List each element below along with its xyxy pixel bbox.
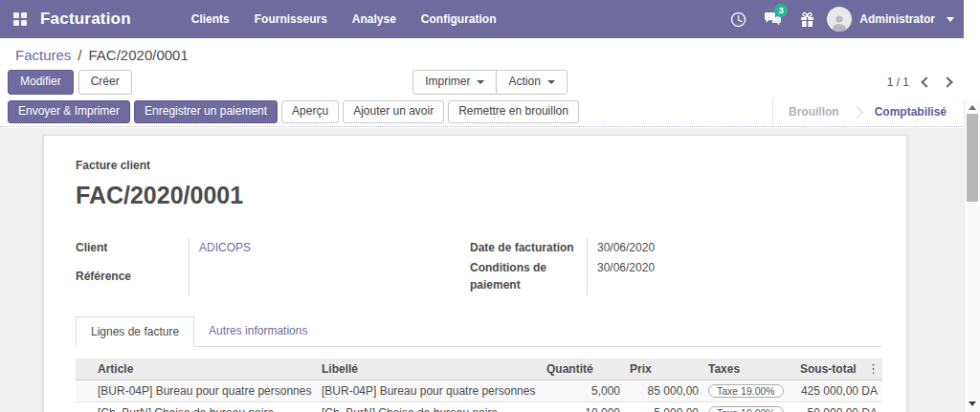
payment-terms-value[interactable]: 30/06/2020 bbox=[587, 258, 788, 295]
header-quantite[interactable]: Quantité bbox=[542, 358, 625, 380]
tax-badge: Taxe 19.00% bbox=[708, 406, 784, 412]
header-libelle[interactable]: Libellé bbox=[317, 358, 542, 380]
state-widget: Brouillon Comptabilisé bbox=[772, 98, 964, 126]
scroll-down-icon[interactable] bbox=[965, 397, 980, 410]
cell-price[interactable]: 85 000,00 bbox=[625, 380, 703, 402]
header-article[interactable]: Article bbox=[93, 358, 317, 380]
payment-terms-label: Conditions de paiement bbox=[470, 258, 587, 295]
reset-to-draft-button[interactable]: Remettre en brouillon bbox=[448, 100, 579, 123]
cell-article[interactable]: [BUR-04P] Bureau pour quatre personnes bbox=[93, 380, 317, 402]
menu-clients[interactable]: Clients bbox=[181, 7, 240, 32]
pager: 1 / 1 bbox=[887, 76, 965, 89]
tab-invoice-lines[interactable]: Lignes de facture bbox=[76, 316, 194, 347]
row-handle[interactable] bbox=[76, 402, 93, 412]
cell-article[interactable]: [Ch_BurN] Chaise de bureau noire bbox=[93, 402, 317, 412]
scroll-up-icon[interactable] bbox=[965, 100, 980, 114]
header-sous-total[interactable]: Sous-total ⋮ bbox=[795, 358, 882, 380]
messages-count-badge: 3 bbox=[774, 4, 788, 17]
main-menu: Clients Fournisseurs Analyse Configurati… bbox=[181, 7, 507, 32]
invoice-sheet: Facture client FAC/2020/0001 Client ADIC… bbox=[43, 135, 907, 412]
tax-badge: Taxe 19.00% bbox=[708, 384, 784, 398]
cell-label[interactable]: [BUR-04P] Bureau pour quatre personnes bbox=[317, 380, 542, 402]
statusbar: Envoyer & Imprimer Enregistrer un paieme… bbox=[0, 98, 980, 127]
header-prix[interactable]: Prix bbox=[625, 358, 703, 380]
edit-button[interactable]: Modifier bbox=[8, 70, 74, 95]
cell-qty[interactable]: 10,000 bbox=[542, 402, 625, 412]
form-view-background: Facture client FAC/2020/0001 Client ADIC… bbox=[0, 128, 964, 412]
cell-subtotal: 425 000,00 DA bbox=[795, 380, 882, 402]
apps-menu-icon[interactable] bbox=[13, 12, 27, 26]
breadcrumb: Factures / FAC/2020/0001 bbox=[0, 38, 980, 67]
optional-columns-icon[interactable]: ⋮ bbox=[867, 361, 880, 376]
document-type-label: Facture client bbox=[76, 159, 881, 172]
sous-total-label: Sous-total bbox=[800, 362, 857, 376]
gift-icon[interactable] bbox=[792, 6, 821, 33]
table-row[interactable]: [BUR-04P] Bureau pour quatre personnes [… bbox=[76, 380, 882, 402]
add-credit-note-button[interactable]: Ajouter un avoir bbox=[343, 100, 444, 123]
user-avatar[interactable] bbox=[827, 7, 852, 32]
messages-icon[interactable]: 3 bbox=[758, 6, 787, 33]
reference-value[interactable] bbox=[189, 267, 390, 295]
pager-value: 1 / 1 bbox=[887, 76, 909, 89]
client-value-link[interactable]: ADICOPS bbox=[189, 238, 390, 267]
action-dropdown-button[interactable]: Action bbox=[496, 70, 567, 95]
breadcrumb-current: FAC/2020/0001 bbox=[89, 47, 189, 63]
menu-configuration[interactable]: Configuration bbox=[411, 7, 507, 32]
menu-fournisseurs[interactable]: Fournisseurs bbox=[244, 7, 338, 32]
cell-qty[interactable]: 5,000 bbox=[542, 380, 625, 402]
field-area: Client ADICOPS Référence Date de factura… bbox=[76, 238, 881, 295]
app-brand[interactable]: Facturation bbox=[40, 10, 131, 29]
pager-next-icon[interactable] bbox=[942, 76, 952, 87]
preview-button[interactable]: Aperçu bbox=[281, 100, 339, 123]
user-menu[interactable]: Administrator bbox=[859, 12, 935, 26]
vertical-scrollbar[interactable] bbox=[964, 100, 980, 412]
create-button[interactable]: Créer bbox=[78, 70, 132, 95]
control-panel: Modifier Créer Imprimer Action 1 / 1 bbox=[0, 67, 980, 98]
send-print-button[interactable]: Envoyer & Imprimer bbox=[8, 100, 130, 123]
field-group-right: Date de facturation 30/06/2020 Condition… bbox=[470, 238, 788, 295]
caret-down-icon bbox=[477, 80, 484, 84]
main-navbar: Facturation Clients Fournisseurs Analyse… bbox=[0, 0, 964, 38]
cell-taxes[interactable]: Taxe 19.00% bbox=[703, 402, 795, 412]
cell-subtotal: 50 000,00 DA bbox=[795, 402, 882, 412]
invoice-date-label: Date de facturation bbox=[470, 238, 587, 258]
action-label: Action bbox=[508, 75, 540, 90]
state-draft[interactable]: Brouillon bbox=[789, 105, 839, 119]
menu-analyse[interactable]: Analyse bbox=[342, 7, 407, 32]
register-payment-button[interactable]: Enregistrer un paiement bbox=[134, 100, 278, 123]
notebook-tabs: Lignes de facture Autres informations bbox=[76, 316, 881, 347]
table-header-row: Article Libellé Quantité Prix Taxes Sous… bbox=[76, 358, 882, 380]
cell-price[interactable]: 5 000,00 bbox=[625, 402, 703, 412]
handle-column-header bbox=[76, 358, 93, 380]
state-arrow-icon bbox=[851, 106, 863, 119]
state-posted[interactable]: Comptabilisé bbox=[875, 105, 947, 119]
breadcrumb-separator: / bbox=[78, 47, 81, 63]
scrollbar-thumb[interactable] bbox=[967, 114, 978, 202]
cell-label[interactable]: [Ch_BurN] Chaise de bureau noire bbox=[317, 402, 542, 412]
header-taxes[interactable]: Taxes bbox=[703, 358, 795, 380]
print-dropdown-button[interactable]: Imprimer bbox=[412, 70, 497, 95]
activities-clock-icon[interactable] bbox=[724, 6, 752, 33]
user-caret-down-icon bbox=[947, 17, 954, 22]
cell-taxes[interactable]: Taxe 19.00% bbox=[703, 380, 795, 402]
row-handle[interactable] bbox=[76, 380, 93, 402]
client-label: Client bbox=[76, 238, 189, 267]
invoice-lines-table: Article Libellé Quantité Prix Taxes Sous… bbox=[76, 358, 882, 412]
field-group-left: Client ADICOPS Référence bbox=[76, 238, 470, 295]
pager-previous-icon[interactable] bbox=[921, 76, 931, 87]
table-row[interactable]: [Ch_BurN] Chaise de bureau noire [Ch_Bur… bbox=[76, 402, 882, 412]
invoice-number: FAC/2020/0001 bbox=[76, 182, 881, 209]
invoice-form-page: Facturation Clients Fournisseurs Analyse… bbox=[0, 0, 980, 412]
breadcrumb-factures-link[interactable]: Factures bbox=[15, 47, 71, 63]
caret-down-icon bbox=[547, 80, 555, 84]
reference-label: Référence bbox=[76, 267, 189, 295]
systray: 3 Administrator bbox=[724, 6, 954, 33]
print-label: Imprimer bbox=[425, 75, 470, 90]
tab-other-info[interactable]: Autres informations bbox=[194, 316, 322, 346]
invoice-date-value[interactable]: 30/06/2020 bbox=[587, 238, 788, 258]
